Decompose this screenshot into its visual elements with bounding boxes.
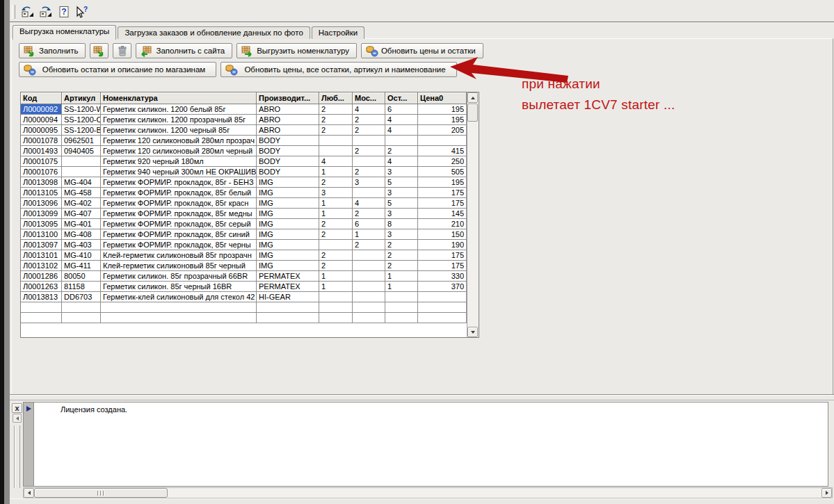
table-cell[interactable]: 175 — [418, 250, 467, 261]
table-cell[interactable]: Герметик-клей силиконовый для стекол 42 — [101, 292, 257, 302]
table-cell[interactable] — [418, 313, 467, 323]
table-cell[interactable] — [319, 136, 353, 146]
table-cell[interactable] — [319, 302, 353, 313]
table-cell[interactable]: Клей-герметик силиконовый 85г прозрачн — [101, 250, 257, 261]
table-cell[interactable]: 2 — [319, 219, 353, 229]
table-cell[interactable]: 1 — [319, 198, 353, 209]
table-cell[interactable] — [385, 313, 418, 323]
table-cell[interactable]: Герметик ФОРМИР. прокладок, 85г красн — [101, 198, 257, 209]
table-cell[interactable]: Герметик 120 силиконовый 280мл черный — [101, 146, 257, 156]
table-cell[interactable]: Л0013098 — [21, 177, 62, 188]
table-cell[interactable] — [385, 302, 418, 313]
table-cell[interactable]: 195 — [418, 104, 467, 115]
table-cell[interactable]: 2 — [353, 125, 385, 136]
table-cell[interactable]: IMG — [257, 209, 319, 219]
table-cell[interactable]: IMG — [257, 229, 319, 240]
table-cell[interactable]: Герметик ФОРМИР. прокладок, 85г медны — [101, 209, 257, 219]
table-cell[interactable]: 330 — [418, 271, 467, 282]
table-cell[interactable] — [353, 156, 385, 167]
table-cell[interactable]: Герметик силикон. 85г прозрачный 66BR — [101, 271, 257, 282]
table-cell[interactable] — [353, 250, 385, 261]
table-cell[interactable]: Л0001263 — [21, 282, 62, 292]
table-cell[interactable]: Л0013101 — [21, 250, 62, 261]
table-cell[interactable]: Герметик ФОРМИР. прокладок, 85г серый — [101, 219, 257, 229]
table-cell[interactable] — [353, 271, 385, 282]
update-stock-desc-button[interactable]: Обновить остатки и описание по магазинам — [19, 62, 216, 77]
table-cell[interactable]: 370 — [418, 282, 467, 292]
table-cell[interactable]: ABRO — [257, 104, 319, 115]
table-cell[interactable]: 1 — [319, 282, 353, 292]
help-button[interactable]: ? — [56, 3, 72, 20]
table-cell[interactable] — [353, 188, 385, 198]
table-cell[interactable] — [319, 313, 353, 323]
table-cell[interactable]: BODY — [257, 156, 319, 167]
table-cell[interactable]: 2 — [319, 115, 353, 125]
table-cell[interactable] — [353, 313, 385, 323]
table-cell[interactable]: 4 — [385, 156, 418, 167]
table-cell[interactable]: SS-1200-C — [62, 115, 101, 125]
table-cell[interactable]: 1 — [353, 229, 385, 240]
table-cell[interactable]: Герметик 120 силиконовый 280мл прозрач — [101, 136, 257, 146]
table-cell[interactable]: IMG — [257, 240, 319, 250]
table-vertical-scrollbar[interactable] — [467, 92, 479, 337]
table-cell[interactable]: Л0001493 — [21, 146, 62, 156]
table-cell[interactable]: 1 — [385, 271, 418, 282]
table-cell[interactable] — [353, 292, 385, 302]
table-cell[interactable]: 2 — [319, 125, 353, 136]
table-cell[interactable]: MG-404 — [62, 177, 101, 188]
table-cell[interactable]: ABRO — [257, 115, 319, 125]
column-header[interactable]: Ост... — [385, 92, 418, 104]
detach-window-right-button[interactable] — [38, 3, 54, 20]
column-header[interactable]: Артикул — [62, 92, 101, 104]
table-cell[interactable] — [62, 313, 101, 323]
table-cell[interactable]: 150 — [418, 229, 467, 240]
table-cell[interactable]: 2 — [385, 261, 418, 271]
table-cell[interactable]: Герметик силикон. 1200 черный 85г — [101, 125, 257, 136]
table-cell[interactable]: 2 — [353, 167, 385, 177]
table-cell[interactable]: Герметик силикон. 85г черный 16BR — [101, 282, 257, 292]
table-cell[interactable]: 3 — [385, 229, 418, 240]
table-cell[interactable]: 4 — [353, 104, 385, 115]
table-cell[interactable] — [353, 261, 385, 271]
table-cell[interactable]: Герметик силикон. 1200 белый 85г — [101, 104, 257, 115]
table-cell[interactable]: Герметик 920 черный 180мл — [101, 156, 257, 167]
table-cell[interactable]: 175 — [418, 198, 467, 209]
table-cell[interactable]: 2 — [319, 229, 353, 240]
table-cell[interactable] — [21, 313, 62, 323]
table-cell[interactable]: BODY — [257, 136, 319, 146]
table-cell[interactable]: 2 — [353, 240, 385, 250]
table-cell[interactable]: 3 — [353, 177, 385, 188]
table-cell[interactable]: Л0013102 — [21, 261, 62, 271]
table-cell[interactable]: 2 — [385, 146, 418, 156]
table-cell[interactable] — [319, 292, 353, 302]
close-message-panel-button[interactable]: x — [12, 403, 22, 413]
table-cell[interactable]: 250 — [418, 156, 467, 167]
table-cell[interactable]: Л0001078 — [21, 136, 62, 146]
table-cell[interactable]: IMG — [257, 261, 319, 271]
table-cell[interactable]: SS-1200-W — [62, 104, 101, 115]
table-cell[interactable] — [101, 302, 257, 313]
table-cell[interactable] — [62, 156, 101, 167]
table-cell[interactable]: 1 — [319, 271, 353, 282]
table-cell[interactable]: 0962501 — [62, 136, 101, 146]
column-header[interactable]: Люб... — [319, 92, 353, 104]
table-cell[interactable]: Л0000095 — [21, 125, 62, 136]
table-cell[interactable] — [21, 302, 62, 313]
table-cell[interactable]: MG-458 — [62, 188, 101, 198]
table-cell[interactable]: 2 — [319, 104, 353, 115]
table-cell[interactable]: 2 — [385, 250, 418, 261]
column-header[interactable]: Код — [21, 92, 62, 104]
table-cell[interactable]: Л0001286 — [21, 271, 62, 282]
scroll-down-button[interactable] — [467, 327, 478, 337]
table-cell[interactable]: MG-407 — [62, 209, 101, 219]
table-cell[interactable]: 2 — [353, 209, 385, 219]
table-cell[interactable]: 205 — [418, 125, 467, 136]
table-cell[interactable]: 195 — [418, 177, 467, 188]
table-cell[interactable] — [353, 282, 385, 292]
table-cell[interactable]: MG-410 — [62, 250, 101, 261]
table-cell[interactable]: 6 — [353, 219, 385, 229]
table-cell[interactable]: Герметик ФОРМИР. прокладок, 85г белый — [101, 188, 257, 198]
table-cell[interactable] — [319, 146, 353, 156]
table-cell[interactable]: Л0013096 — [21, 198, 62, 209]
table-cell[interactable]: 3 — [385, 209, 418, 219]
